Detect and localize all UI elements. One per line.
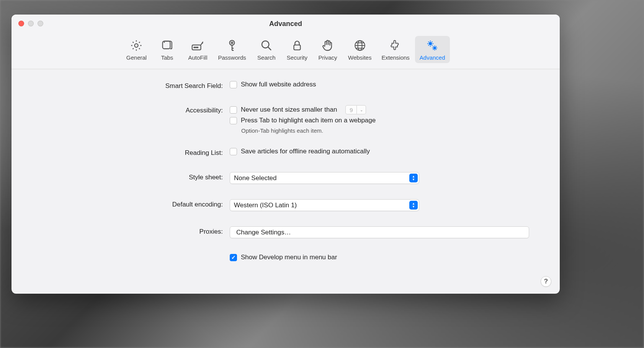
svg-point-4 [196,47,196,47]
reading-list-row: Reading List: Save articles for offline … [42,148,529,157]
key-icon [225,38,239,53]
close-button[interactable] [18,21,24,26]
style-sheet-value: None Selected [234,174,277,182]
press-tab-checkbox[interactable] [230,117,237,124]
never-font-smaller-label: Never use font sizes smaller than [241,106,337,114]
never-font-smaller-checkbox[interactable] [230,106,237,114]
smart-search-row: Smart Search Field: Show full website ad… [42,81,529,90]
search-icon [259,38,274,53]
save-offline-checkbox[interactable] [230,148,237,155]
hand-icon [320,38,335,53]
tab-label: Websites [348,54,371,61]
svg-point-12 [429,42,432,44]
default-encoding-row: Default encoding: Western (ISO Latin 1) … [42,199,529,211]
svg-rect-1 [163,41,170,49]
accessibility-label: Accessibility: [42,105,230,114]
tab-label: AutoFill [188,54,207,61]
show-full-address-checkbox[interactable] [230,81,237,88]
chevron-down-icon[interactable]: ⌄ [357,105,366,114]
style-sheet-label: Style sheet: [42,172,230,181]
font-size-value: 9 [345,105,357,114]
tabs-icon [160,38,174,53]
svg-point-0 [135,44,138,47]
show-develop-menu-checkbox[interactable] [230,254,237,261]
zoom-button[interactable] [38,21,43,26]
press-tab-label: Press Tab to highlight each item on a we… [241,117,376,124]
content-area: Smart Search Field: Show full website ad… [11,69,560,272]
svg-point-13 [434,47,436,49]
tab-search[interactable]: Search [252,36,281,63]
tab-extensions[interactable]: Extensions [377,36,414,63]
style-sheet-select[interactable]: None Selected ▲▼ [230,172,419,184]
help-icon: ? [544,278,548,285]
svg-point-3 [194,47,195,47]
tab-label: Search [257,54,276,61]
show-full-address-label: Show full website address [241,81,316,88]
autofill-icon [190,38,205,53]
tab-security[interactable]: Security [282,36,312,63]
develop-row: Show Develop menu in menu bar [42,254,529,261]
gear-icon [129,38,144,53]
svg-point-7 [231,42,233,43]
tab-autofill[interactable]: AutoFill [183,36,212,63]
tab-passwords[interactable]: Passwords [213,36,250,63]
help-button[interactable]: ? [541,276,551,287]
tab-label: Security [287,54,307,61]
svg-rect-9 [294,45,300,50]
titlebar: Advanced [11,15,560,33]
smart-search-label: Smart Search Field: [42,81,230,90]
window-title: Advanced [269,20,302,28]
change-settings-button[interactable]: Change Settings… [230,226,529,238]
globe-icon [353,38,367,53]
font-size-stepper[interactable]: 9 ⌄ [345,105,366,114]
style-sheet-row: Style sheet: None Selected ▲▼ [42,172,529,184]
save-offline-label: Save articles for offline reading automa… [241,148,370,155]
tab-general[interactable]: General [121,36,151,63]
tab-websites[interactable]: Websites [343,36,376,63]
tab-privacy[interactable]: Privacy [313,36,343,63]
tab-label: Passwords [218,54,246,61]
svg-point-5 [197,47,198,47]
traffic-lights [18,21,43,26]
option-tab-hint: Option-Tab highlights each item. [241,127,529,134]
accessibility-row: Accessibility: Never use font sizes smal… [42,105,529,136]
reading-list-label: Reading List: [42,148,230,157]
proxies-label: Proxies: [42,226,230,236]
gears-icon [425,38,440,53]
tab-label: Privacy [318,54,337,61]
tab-advanced[interactable]: Advanced [415,36,450,63]
tab-tabs[interactable]: Tabs [152,36,182,63]
default-encoding-select[interactable]: Western (ISO Latin 1) ▲▼ [230,199,419,211]
default-encoding-value: Western (ISO Latin 1) [234,202,297,209]
svg-point-8 [262,41,269,47]
tab-label: Advanced [420,54,445,61]
change-settings-label: Change Settings… [236,229,291,236]
minimize-button[interactable] [28,21,34,26]
preferences-window: Advanced General Tabs AutoFill Passwor [11,15,560,294]
show-develop-menu-label: Show Develop menu in menu bar [241,254,337,261]
tab-label: General [126,54,147,61]
proxies-row: Proxies: Change Settings… [42,226,529,238]
preferences-toolbar: General Tabs AutoFill Passwords Search [11,33,560,69]
select-arrows-icon: ▲▼ [409,174,418,182]
lock-icon [290,38,304,53]
tab-label: Extensions [381,54,409,61]
tab-label: Tabs [161,54,173,61]
svg-point-6 [230,40,235,45]
select-arrows-icon: ▲▼ [409,201,418,210]
puzzle-icon [388,38,403,53]
default-encoding-label: Default encoding: [42,199,230,208]
